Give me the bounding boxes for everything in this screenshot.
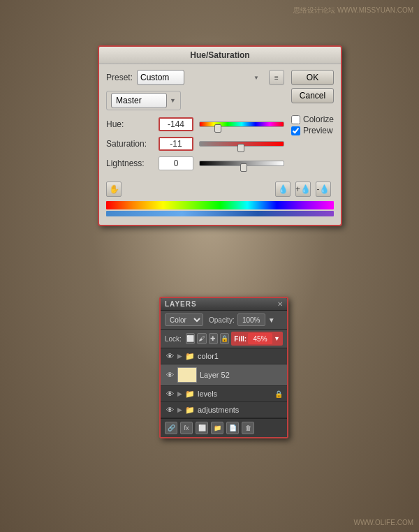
layer-expand-arrow[interactable]: ▶ bbox=[177, 406, 182, 413]
hue-slider-track bbox=[199, 117, 284, 131]
layer-item[interactable]: 👁 ▶ 📁 levels 🔒 bbox=[161, 386, 287, 402]
preset-icon-btn[interactable]: ≡ bbox=[269, 70, 284, 85]
lock-move-icon[interactable]: ✚ bbox=[209, 333, 218, 344]
eye-icon[interactable]: 👁 bbox=[165, 405, 175, 415]
hue-saturation-dialog: Hue/Saturation Preset: Custom ≡ bbox=[98, 45, 342, 226]
colorize-label: Colorize bbox=[303, 114, 334, 124]
lightness-input[interactable] bbox=[159, 156, 193, 170]
watermark-top: 思络设计论坛 WWW.MISSYUAN.COM bbox=[293, 6, 413, 15]
lightness-slider-thumb[interactable] bbox=[240, 163, 247, 172]
preview-row: Preview bbox=[291, 126, 334, 135]
layer-folder-icon: 📁 bbox=[185, 406, 195, 415]
layer-name: Layer 52 bbox=[200, 371, 283, 379]
link-layers-btn[interactable]: 🔗 bbox=[165, 422, 177, 434]
eye-icon[interactable]: 👁 bbox=[165, 351, 175, 361]
fill-section: Fill: ▼ bbox=[231, 332, 283, 346]
delete-layer-btn[interactable]: 🗑 bbox=[242, 422, 254, 434]
lightness-label: Lightness: bbox=[106, 158, 159, 168]
eyedropper-group: 💧 +💧 -💧 bbox=[275, 182, 334, 197]
lightness-slider-track bbox=[199, 156, 284, 170]
eye-icon[interactable]: 👁 bbox=[165, 389, 175, 399]
hue-input[interactable] bbox=[159, 117, 193, 131]
channel-select[interactable]: Master bbox=[111, 93, 167, 108]
channel-select-box: Master ▼ bbox=[106, 91, 181, 110]
lightness-row: Lightness: bbox=[106, 156, 284, 170]
layer-name: color1 bbox=[198, 352, 283, 360]
lock-all-icon[interactable]: 🔒 bbox=[220, 333, 229, 344]
saturation-input[interactable] bbox=[159, 137, 193, 151]
eyedropper-btn[interactable]: 💧 bbox=[275, 182, 291, 197]
layer-style-btn[interactable]: fx bbox=[180, 422, 193, 434]
layer-list: 👁 ▶ 📁 color1 👁 Layer 52 👁 ▶ 📁 levels 🔒 👁… bbox=[161, 348, 287, 418]
layers-close-btn[interactable]: ✕ bbox=[277, 300, 283, 308]
preview-checkbox[interactable] bbox=[291, 126, 300, 135]
dialog-tools: ✋ 💧 +💧 -💧 bbox=[106, 182, 334, 197]
fill-label: Fill: bbox=[234, 335, 247, 343]
blue-bar bbox=[106, 211, 334, 216]
saturation-label: Saturation: bbox=[106, 139, 159, 149]
opacity-input[interactable] bbox=[237, 313, 265, 326]
layers-titlebar: LAYERS ✕ bbox=[161, 298, 287, 311]
eye-icon[interactable]: 👁 bbox=[165, 370, 175, 380]
layer-thumbnail bbox=[177, 367, 197, 383]
saturation-slider-thumb[interactable] bbox=[237, 144, 244, 152]
watermark-bottom: WWW.OLIFE.COM bbox=[353, 519, 413, 526]
lock-paint-icon[interactable]: 🖌 bbox=[197, 333, 206, 344]
preset-select-wrap: Custom bbox=[137, 70, 262, 85]
lock-transparency-icon[interactable]: ⬜ bbox=[186, 333, 195, 344]
opacity-label: Opacity: bbox=[209, 316, 235, 324]
layer-folder-icon: 📁 bbox=[185, 390, 195, 399]
layers-lock-row: Lock: ⬜ 🖌 ✚ 🔒 Fill: ▼ bbox=[161, 330, 287, 348]
layer-name: levels bbox=[198, 390, 272, 398]
layer-item[interactable]: 👁 Layer 52 bbox=[161, 364, 287, 386]
hue-row: Hue: bbox=[106, 117, 284, 131]
preset-select[interactable]: Custom bbox=[137, 70, 184, 85]
layer-expand-arrow[interactable]: ▶ bbox=[177, 353, 182, 360]
layer-expand-arrow[interactable]: ▶ bbox=[177, 390, 182, 397]
opacity-dropdown-arrow[interactable]: ▼ bbox=[268, 316, 275, 324]
dialog-titlebar: Hue/Saturation bbox=[99, 47, 341, 64]
layers-controls: Color Opacity: ▼ bbox=[161, 311, 287, 330]
layers-panel: LAYERS ✕ Color Opacity: ▼ Lock: ⬜ 🖌 ✚ 🔒 … bbox=[159, 297, 288, 438]
eyedropper-remove-btn[interactable]: -💧 bbox=[316, 182, 331, 197]
fill-input[interactable] bbox=[248, 333, 272, 344]
eyedropper-add-btn[interactable]: +💧 bbox=[295, 182, 311, 197]
layers-panel-title: LAYERS bbox=[165, 300, 197, 308]
saturation-row: Saturation: bbox=[106, 137, 284, 151]
layer-item[interactable]: 👁 ▶ 📁 adjustments bbox=[161, 402, 287, 418]
layer-lock-icon: 🔒 bbox=[274, 390, 283, 398]
dialog-title: Hue/Saturation bbox=[190, 50, 249, 60]
layer-item[interactable]: 👁 ▶ 📁 color1 bbox=[161, 348, 287, 364]
hand-tool-btn[interactable]: ✋ bbox=[106, 182, 122, 197]
layer-folder-icon: 📁 bbox=[185, 352, 195, 361]
colorize-checkbox[interactable] bbox=[291, 115, 300, 124]
saturation-slider-track bbox=[199, 137, 284, 151]
layer-name: adjustments bbox=[198, 406, 283, 414]
layer-mode-select[interactable]: Color bbox=[165, 313, 203, 326]
layers-bottom-toolbar: 🔗 fx ⬜ 📁 📄 🗑 bbox=[161, 418, 287, 437]
rainbow-bar bbox=[106, 201, 334, 209]
new-layer-btn[interactable]: 📄 bbox=[226, 422, 239, 434]
ok-button[interactable]: OK bbox=[291, 70, 334, 85]
layer-mask-btn[interactable]: ⬜ bbox=[196, 422, 208, 434]
cancel-button[interactable]: Cancel bbox=[291, 88, 334, 103]
fill-dropdown-arrow[interactable]: ▼ bbox=[274, 335, 280, 342]
new-group-btn[interactable]: 📁 bbox=[211, 422, 223, 434]
lock-label: Lock: bbox=[165, 335, 182, 343]
preview-label: Preview bbox=[303, 126, 333, 135]
colorize-row: Colorize bbox=[291, 114, 334, 124]
preset-label: Preset: bbox=[106, 73, 133, 82]
hue-slider-thumb[interactable] bbox=[214, 124, 221, 133]
hue-label: Hue: bbox=[106, 119, 159, 129]
